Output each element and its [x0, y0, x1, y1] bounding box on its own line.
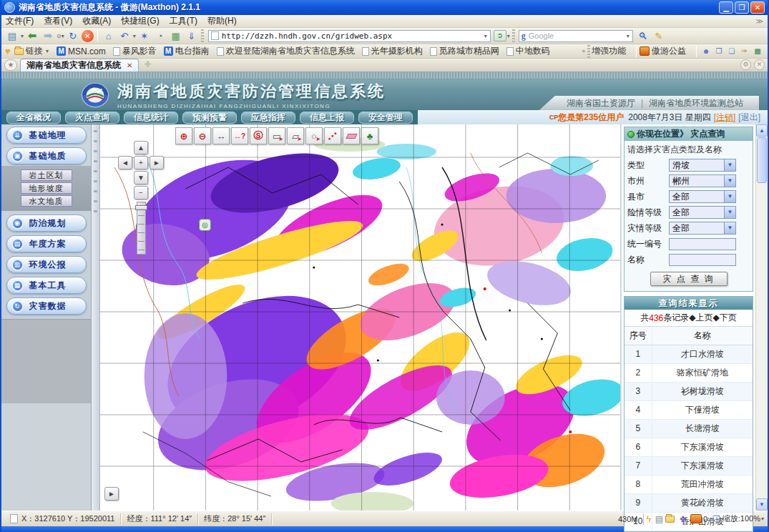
- eraser-icon[interactable]: [343, 127, 360, 144]
- magic-wand-icon[interactable]: ✶: [137, 29, 152, 43]
- next-page-link[interactable]: ◆下页: [713, 312, 737, 324]
- nav-tab-forecast[interactable]: 预测预警: [182, 112, 237, 124]
- zoom-control[interactable]: ❐ 缩放:100% ▾: [710, 513, 765, 524]
- zoom-dropdown-icon[interactable]: ▾: [761, 516, 764, 522]
- full-extent-icon[interactable]: Ⓢ: [250, 127, 267, 144]
- plugin-icon[interactable]: ▩: [753, 46, 763, 56]
- back-icon[interactable]: ⬅: [25, 29, 39, 43]
- danger-level-select[interactable]: 全部▼: [669, 206, 736, 219]
- geological-map[interactable]: [100, 124, 620, 511]
- county-select[interactable]: 全部▼: [669, 190, 736, 203]
- go-dropdown-icon[interactable]: ▾: [507, 33, 510, 39]
- layers-icon[interactable]: ❏: [727, 46, 737, 56]
- search-box[interactable]: g Google ▾: [519, 30, 633, 42]
- wrench-icon[interactable]: ⚙: [740, 59, 751, 70]
- scroll-down-icon[interactable]: ▼: [756, 498, 768, 511]
- prev-page-link[interactable]: ◆上页: [689, 312, 712, 324]
- nav-tab-report[interactable]: 信息上报: [300, 112, 354, 124]
- disaster-level-select[interactable]: 全部▼: [669, 222, 736, 235]
- link-msn[interactable]: MMSN.com: [57, 46, 106, 56]
- window-icon[interactable]: ❐: [714, 46, 724, 56]
- go-button[interactable]: ➲: [494, 30, 506, 41]
- zoom-out-icon[interactable]: ⊖: [194, 127, 211, 144]
- pan-up-button[interactable]: ▲: [134, 141, 148, 154]
- nav-tab-disaster-query[interactable]: 灾点查询: [65, 112, 119, 124]
- links-folder[interactable]: 链接 ▾: [14, 45, 49, 57]
- menu-groups[interactable]: 快捷组(G): [121, 15, 159, 27]
- sidebar-item-base-geography[interactable]: ⇊ 基础地理: [6, 127, 87, 144]
- chevron-down-icon[interactable]: ▼: [724, 191, 735, 202]
- org-link-land-dept[interactable]: 湖南省国土资源厅: [567, 97, 635, 109]
- sidebar-item-annual-plan[interactable]: ▤ 年度方案: [6, 235, 87, 252]
- snapshot-icon[interactable]: ▦: [169, 29, 183, 43]
- link-radio[interactable]: M电台指南: [164, 45, 210, 57]
- table-row[interactable]: 8荒田冲滑坡: [624, 475, 753, 493]
- nav-tab-statistics[interactable]: 信息统计: [124, 112, 178, 124]
- tab-close-icon[interactable]: ✕: [127, 61, 132, 69]
- history-clock-icon[interactable]: ◔: [153, 29, 167, 43]
- center-button[interactable]: +: [134, 156, 148, 169]
- city-select[interactable]: 郴州▼: [669, 174, 736, 187]
- sidebar-splitter[interactable]: [92, 124, 100, 511]
- table-row[interactable]: 2骆家恒矿滑地: [624, 363, 753, 382]
- measure-icon[interactable]: ↔?: [231, 127, 248, 144]
- close-tabbar-icon[interactable]: ✕: [754, 59, 765, 70]
- folder-icon[interactable]: [665, 516, 675, 523]
- history-dropdown-icon[interactable]: ⊙▾: [57, 33, 64, 39]
- stop-icon[interactable]: ✕: [82, 30, 94, 42]
- maxthon-charity[interactable]: 傲游公益: [640, 45, 686, 57]
- submenu-hydrogeology[interactable]: 水文地质: [21, 195, 72, 207]
- paint-icon[interactable]: ✑: [740, 46, 750, 56]
- chevron-down-icon[interactable]: ▼: [724, 175, 735, 187]
- table-row[interactable]: 5长塘滑坡: [624, 419, 753, 438]
- link-baofeng[interactable]: 暴风影音: [113, 45, 157, 57]
- zoom-minus-button[interactable]: −: [134, 186, 148, 200]
- select-polygon-icon[interactable]: ▱➤: [287, 127, 304, 144]
- draw-line-icon[interactable]: ⋰: [324, 127, 341, 144]
- scroll-thumb[interactable]: [757, 137, 767, 183]
- tab-active[interactable]: 湖南省地质灾害信息系统 ✕: [20, 59, 139, 72]
- pan-icon[interactable]: ↔: [212, 127, 230, 144]
- highlight-icon[interactable]: ✎: [652, 29, 666, 43]
- table-row[interactable]: 9黄花岭滑坡: [624, 493, 753, 512]
- link-hunan-disaster[interactable]: 欢迎登陆湖南省地质灾害信息系统: [217, 45, 355, 57]
- printer-icon[interactable]: ▤: [655, 514, 663, 524]
- org-link-monitor-station[interactable]: 湖南省地质环境监测总站: [649, 97, 743, 109]
- unified-code-input[interactable]: [669, 238, 736, 250]
- restore-button[interactable]: ❐: [735, 1, 749, 14]
- pan-right-corner-button[interactable]: ►: [104, 487, 119, 501]
- pan-down-button[interactable]: ▼: [134, 171, 148, 184]
- boost-icon[interactable]: ϟ: [646, 514, 650, 524]
- table-row[interactable]: 1才口水滑坡: [624, 345, 753, 363]
- menu-view[interactable]: 查看(V): [44, 15, 72, 27]
- tab-list-star-icon[interactable]: ★: [4, 59, 17, 71]
- chevron-down-icon[interactable]: ▼: [724, 222, 735, 234]
- book-icon[interactable]: ❖: [679, 514, 687, 524]
- submenu-rock-zoning[interactable]: 岩土区划: [21, 169, 72, 181]
- nav-tab-emergency[interactable]: 应急指挥: [241, 112, 295, 124]
- url-input[interactable]: [222, 31, 484, 41]
- table-row[interactable]: 6下东溪滑坡: [624, 438, 753, 456]
- pan-right-button[interactable]: ►: [150, 156, 164, 169]
- zoom-slider-handle[interactable]: [135, 205, 147, 210]
- sidebar-item-prevention-plan[interactable]: ◉ 防治规划: [6, 215, 87, 232]
- zoom-in-icon[interactable]: ⊕: [175, 127, 192, 144]
- menu-file[interactable]: 文件(F): [6, 15, 34, 27]
- legend-tree-icon[interactable]: ♣: [361, 127, 378, 144]
- new-tab-icon[interactable]: ▤: [5, 29, 19, 43]
- chevron-down-icon[interactable]: ▼: [724, 207, 735, 218]
- minimize-button[interactable]: ▁: [719, 1, 733, 14]
- toolbar-collapse-icon[interactable]: ≫: [756, 17, 763, 25]
- menu-favorites[interactable]: 收藏(A): [82, 15, 111, 27]
- pan-left-button[interactable]: ◄: [118, 156, 132, 169]
- logout-link[interactable]: [注销]: [714, 112, 736, 124]
- link-city[interactable]: 觅路城市精品网: [430, 45, 499, 57]
- menu-help[interactable]: 帮助(H): [207, 15, 237, 27]
- link-photo[interactable]: 光年摄影机构: [362, 45, 423, 57]
- sidebar-item-base-geology[interactable]: ▣ 基础地质: [6, 147, 87, 164]
- sidebar-item-basic-tools[interactable]: ▦ 基本工具: [6, 277, 87, 294]
- user-icon[interactable]: ☻: [701, 46, 711, 56]
- scroll-up-icon[interactable]: ▲: [756, 124, 768, 137]
- download-icon[interactable]: ⇓: [185, 29, 199, 43]
- query-button[interactable]: 灾 点 查 询: [650, 272, 728, 286]
